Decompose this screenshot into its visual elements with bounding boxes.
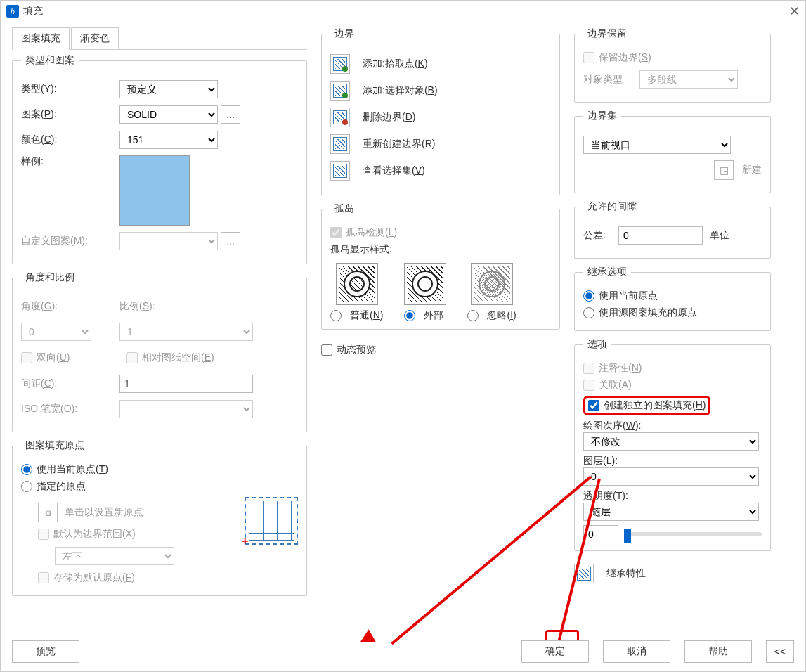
- bidir-checkbox: [21, 352, 32, 363]
- tabs: 图案填充 渐变色: [12, 27, 307, 50]
- type-select[interactable]: 预定义: [119, 80, 218, 98]
- store-default-label: 存储为默认原点(F): [53, 571, 135, 584]
- island-ignore-label: 忽略(I): [487, 309, 516, 322]
- angle-label: 角度(G):: [21, 300, 119, 313]
- titlebar: h 填充 ✕: [1, 1, 805, 22]
- inherit-source-radio[interactable]: [583, 307, 594, 318]
- island-style-label: 孤岛显示样式:: [330, 243, 551, 256]
- footer: 预览 确定 取消 帮助 <<: [12, 640, 794, 663]
- draworder-select[interactable]: 不修改: [583, 432, 759, 451]
- sample-label: 样例:: [21, 155, 119, 168]
- view-selection-label: 查看选择集(V): [363, 164, 425, 177]
- remove-boundary-button[interactable]: [330, 108, 350, 127]
- inherit-legend: 继承选项: [583, 266, 631, 278]
- iso-label: ISO 笔宽(O):: [21, 403, 119, 415]
- view-selection-button[interactable]: [330, 161, 350, 181]
- default-boundary-label: 默认为边界范围(X): [53, 528, 136, 541]
- boundary-legend: 边界: [330, 27, 358, 40]
- island-normal-icon[interactable]: [336, 263, 378, 305]
- inherit-props-label: 继承特性: [606, 567, 646, 580]
- inherit-current-radio[interactable]: [583, 290, 594, 302]
- layer-select[interactable]: 0: [583, 467, 759, 486]
- origin-specified-label: 指定的原点: [37, 480, 86, 493]
- scale-select: 1: [119, 323, 253, 341]
- pattern-browse-button[interactable]: ...: [221, 105, 240, 124]
- draworder-label: 绘图次序(W):: [583, 420, 762, 432]
- dynamic-preview-label: 动态预览: [337, 344, 376, 356]
- trans-slider[interactable]: [624, 532, 762, 536]
- island-normal-label: 普通(N): [350, 309, 383, 322]
- boundary-set-group: 边界集 当前视口 ◳新建: [574, 110, 771, 193]
- cancel-button[interactable]: 取消: [603, 640, 670, 663]
- origin-group: 图案填充原点 使用当前原点(T) 指定的原点 ⧈单击以设置新原点 默认为边界范围…: [12, 439, 307, 596]
- recreate-boundary-label: 重新创建边界(R): [363, 138, 435, 150]
- select-obj-button[interactable]: [330, 81, 350, 101]
- options-group: 选项 注释性(N) 关联(A) 创建独立的图案填充(H) 绘图次序(W): 不修…: [574, 338, 771, 551]
- close-icon[interactable]: ✕: [789, 4, 800, 19]
- pattern-label: 图案(P):: [21, 108, 119, 121]
- retain-checkbox: [583, 52, 594, 63]
- help-button[interactable]: 帮助: [684, 640, 752, 663]
- separate-checkbox[interactable]: [588, 400, 599, 411]
- island-outer-label: 外部: [424, 309, 443, 322]
- select-obj-label: 添加:选择对象(B): [363, 84, 438, 97]
- tol-input[interactable]: [618, 226, 703, 245]
- island-outer-icon[interactable]: [404, 263, 446, 305]
- custom-pattern-select: [119, 232, 218, 250]
- angle-scale-legend: 角度和比例: [21, 271, 79, 284]
- window-title: 填充: [23, 5, 789, 18]
- trans-select[interactable]: 随层: [583, 503, 759, 521]
- island-legend: 孤岛: [330, 202, 358, 215]
- preview-button[interactable]: 预览: [12, 640, 79, 663]
- origin-pos-select: 左下: [55, 547, 174, 565]
- trans-label: 透明度(T):: [583, 490, 762, 503]
- click-origin-button: ⧈: [38, 503, 58, 522]
- new-set-icon: ◳: [714, 160, 734, 180]
- island-ignore-radio[interactable]: [467, 310, 479, 321]
- color-select[interactable]: 151: [119, 131, 218, 149]
- island-ignore-icon[interactable]: [471, 263, 513, 305]
- annotative-checkbox: [583, 363, 594, 374]
- rel-paper-label: 相对图纸空间(E): [142, 351, 214, 364]
- boundary-group: 边界 添加:拾取点(K) 添加:选择对象(B) 删除边界(D) 重新创建边界(R…: [321, 27, 560, 195]
- island-detect-label: 孤岛检测(L): [346, 226, 397, 239]
- tab-pattern[interactable]: 图案填充: [12, 27, 70, 50]
- pick-point-button[interactable]: [330, 54, 350, 74]
- gap-legend: 允许的间隙: [583, 200, 641, 213]
- angle-select: 0: [21, 323, 91, 341]
- dynamic-preview-checkbox[interactable]: [321, 344, 332, 356]
- type-label: 类型(Y):: [21, 83, 119, 96]
- retain-legend: 边界保留: [583, 27, 631, 40]
- spacing-label: 间距(C):: [21, 377, 119, 390]
- angle-scale-group: 角度和比例 角度(G): 比例(S): 0 1 双向(U) 相对图纸空间(E) …: [12, 271, 307, 432]
- pattern-select[interactable]: SOLID: [119, 105, 218, 124]
- assoc-label: 关联(A): [599, 379, 632, 392]
- annotative-label: 注释性(N): [599, 362, 642, 375]
- origin-current-label: 使用当前原点(T): [37, 463, 108, 476]
- recreate-boundary-button[interactable]: [330, 134, 350, 154]
- ok-button[interactable]: 确定: [521, 640, 589, 663]
- inherit-current-label: 使用当前原点: [599, 290, 658, 302]
- tab-gradient[interactable]: 渐变色: [71, 27, 119, 49]
- type-pattern-legend: 类型和图案: [21, 54, 79, 67]
- tol-unit: 单位: [710, 229, 729, 242]
- store-default-checkbox: [38, 572, 49, 583]
- island-outer-radio[interactable]: [404, 310, 415, 321]
- default-boundary-checkbox: [38, 529, 49, 540]
- bidir-label: 双向(U): [37, 351, 70, 364]
- sample-swatch[interactable]: [119, 155, 190, 226]
- color-label: 颜色(C):: [21, 134, 119, 146]
- tol-label: 公差:: [583, 229, 618, 242]
- origin-current-radio[interactable]: [21, 464, 32, 475]
- objtype-select: 多段线: [639, 70, 738, 89]
- rel-paper-checkbox: [126, 352, 138, 363]
- island-normal-radio[interactable]: [330, 310, 342, 321]
- remove-boundary-label: 删除边界(D): [363, 111, 415, 124]
- boundary-set-select[interactable]: 当前视口: [583, 136, 731, 154]
- collapse-button[interactable]: <<: [766, 640, 794, 663]
- app-icon: h: [6, 5, 19, 18]
- objtype-label: 对象类型: [583, 73, 639, 86]
- inherit-source-label: 使用源图案填充的原点: [599, 306, 697, 319]
- origin-specified-radio[interactable]: [21, 481, 32, 492]
- separate-highlight: 创建独立的图案填充(H): [583, 396, 710, 415]
